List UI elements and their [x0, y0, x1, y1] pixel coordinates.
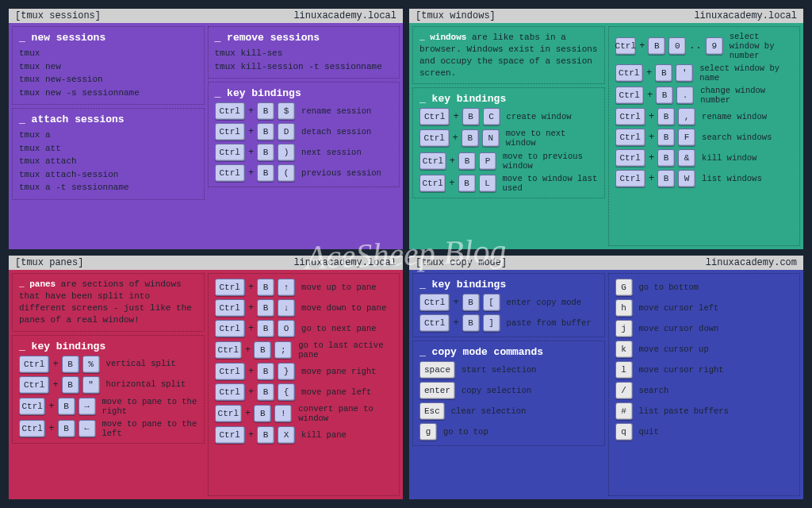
key-cap: enter	[419, 382, 455, 399]
key-cap: Ctrl	[19, 356, 49, 373]
keybinding-label: clear selection	[451, 406, 527, 416]
keybinding-row: spacestart selection	[419, 361, 598, 379]
key-cap: B	[462, 294, 480, 311]
key-cap: B	[257, 279, 274, 296]
section-session-keybindings: _ key bindings Ctrl+B$rename sessionCtrl…	[208, 82, 400, 187]
key-cap: Ctrl	[19, 420, 45, 437]
keybinding-label: search windows	[702, 133, 772, 142]
keybinding-label: go to last active pane	[298, 341, 393, 360]
key-cap: q	[615, 423, 633, 441]
keybinding-label: next session	[301, 148, 362, 157]
key-cap: &	[678, 149, 695, 167]
key-cap: N	[482, 129, 500, 147]
keybinding-list: Ggo to bottomhmove cursor leftjmove curs…	[615, 279, 794, 441]
key-cap: k	[615, 341, 633, 358]
key-cap: Ctrl	[419, 108, 450, 125]
key-cap: B	[648, 37, 665, 55]
keybinding-label: move to next window	[506, 129, 598, 148]
host: linuxacademy.local	[293, 257, 396, 268]
key-cap: B	[657, 129, 675, 146]
key-cap: )	[278, 144, 295, 161]
section-title: _ key bindings	[19, 341, 197, 352]
quad-panes: [tmux panes] linuxacademy.local _ panes …	[8, 255, 404, 500]
key-cap: Ctrl	[419, 129, 450, 147]
keybinding-label: move pane left	[301, 387, 371, 397]
key-cap: X	[278, 426, 295, 444]
key-cap: O	[278, 320, 295, 337]
description: _ panes are sections of windows that hav…	[19, 279, 197, 325]
key-cap: Ctrl	[19, 376, 49, 394]
keybinding-list: Ctrl+BCcreate windowCtrl+BNmove to next …	[419, 108, 598, 192]
plus-icon: +	[453, 297, 458, 308]
section-title: _ attach sessions	[19, 114, 197, 125]
keybinding-list: Ctrl+B%vertical splitCtrl+B"horizontal s…	[19, 356, 197, 438]
plus-icon: +	[52, 359, 58, 370]
keybinding-row: Ctrl+B,rename window	[615, 108, 794, 125]
key-cap: B	[58, 420, 75, 437]
keybinding-row: ggo to top	[419, 423, 598, 441]
key-cap: ↓	[278, 299, 295, 317]
section-copy-kb: _ key bindings Ctrl+B[enter copy modeCtr…	[412, 273, 605, 337]
keybinding-label: create window	[507, 112, 572, 121]
keybinding-row: jmove cursor down	[615, 320, 794, 337]
keybinding-row: Ctrl+BLmove to window last used	[419, 174, 598, 193]
plus-icon: +	[639, 40, 645, 52]
keybinding-label: select window by name	[699, 64, 793, 83]
keybinding-label: kill pane	[301, 430, 347, 440]
keybinding-row: Ctrl+B}move pane right	[215, 363, 393, 380]
keybinding-label: start selection	[462, 365, 537, 375]
keybinding-row: Ctrl+BDdetach session	[215, 123, 393, 140]
command: tmux new -s sessionname	[19, 87, 197, 100]
plus-icon: +	[649, 132, 654, 143]
keybinding-row: Ctrl+BFsearch windows	[615, 129, 794, 146]
plus-icon: +	[647, 90, 653, 101]
keybinding-row: Ctrl+BXkill pane	[215, 426, 393, 444]
titlebar-panes: [tmux panes] linuxacademy.local	[9, 256, 403, 270]
key-cap: #	[615, 402, 633, 420]
keybinding-row: Ctrl+B[enter copy mode	[419, 294, 598, 311]
cmd-list: tmux atmux atttmux attachtmux attach-ses…	[19, 129, 197, 194]
key-cap: h	[615, 299, 633, 317]
command: tmux new	[19, 60, 197, 74]
key-cap: B	[458, 175, 476, 192]
key-cap: Ctrl	[419, 314, 450, 332]
key-cap: B	[254, 341, 271, 359]
keybinding-label: move to window last used	[503, 174, 598, 193]
key-cap: Ctrl	[215, 144, 245, 161]
section-title: _ key bindings	[215, 87, 393, 99]
key-cap: B	[257, 363, 274, 380]
key-cap: 0	[668, 37, 686, 55]
section-title: _ key bindings	[419, 93, 598, 105]
keybinding-row: Ctrl+B↓move down to pane	[215, 299, 393, 317]
key-cap: C	[483, 108, 500, 125]
command: tmux attach	[19, 155, 197, 168]
key-cap: B	[257, 320, 274, 337]
key-cap: Ctrl	[615, 64, 644, 82]
keybinding-label: move cursor left	[639, 303, 719, 313]
plus-icon: +	[248, 167, 254, 179]
titlebar-copy: [tmux copy mode] linuxacademy.com	[409, 256, 803, 270]
plus-icon: +	[649, 152, 654, 164]
keybinding-row: lmove cursor right	[615, 361, 794, 379]
keybinding-list: spacestart selectionentercopy selectionE…	[419, 361, 598, 441]
plus-icon: +	[48, 423, 54, 434]
key-cap: Ctrl	[215, 341, 243, 359]
quad-sessions: [tmux sessions] linuxacademy.local _ new…	[8, 8, 404, 250]
keybinding-row: #list paste buffers	[615, 402, 794, 420]
key-cap: Ctrl	[419, 175, 446, 192]
key-cap: Ctrl	[215, 426, 245, 444]
title: [tmux windows]	[416, 10, 496, 21]
keybinding-label: quit	[639, 427, 659, 437]
keybinding-row: Ctrl+B$rename session	[215, 102, 393, 120]
key-cap: Ctrl	[615, 108, 645, 125]
key-cap: }	[278, 363, 295, 380]
keybinding-row: qquit	[615, 423, 794, 441]
key-cap: Ctrl	[419, 294, 450, 311]
key-cap: Ctrl	[215, 320, 245, 337]
keybinding-list: Ctrl+B↑move up to paneCtrl+B↓move down t…	[215, 279, 393, 444]
plus-icon: +	[450, 156, 455, 167]
section-panes-kb-right: Ctrl+B↑move up to paneCtrl+B↓move down t…	[208, 273, 400, 496]
plus-icon: +	[453, 111, 458, 122]
key-cap: (	[278, 164, 295, 182]
keybinding-list: Ctrl+B$rename sessionCtrl+BDdetach sessi…	[215, 102, 393, 182]
